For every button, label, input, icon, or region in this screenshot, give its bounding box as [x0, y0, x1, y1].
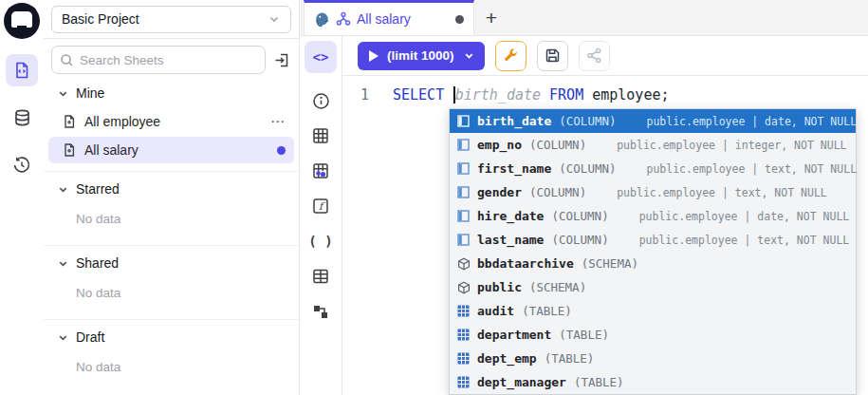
section-shared-header[interactable]: Shared	[44, 250, 299, 276]
format-sql-button[interactable]	[495, 41, 526, 71]
section-mine[interactable]: Mine	[44, 80, 299, 106]
item-detail: public.employee | date, NOT NULL	[647, 115, 858, 128]
rail-item-history[interactable]	[6, 149, 38, 181]
bytebase-logo[interactable]	[4, 3, 40, 39]
share-button[interactable]	[579, 41, 610, 71]
no-data-text: No data	[44, 276, 299, 311]
section-starred-header[interactable]: Starred	[44, 176, 299, 202]
code-panel-toggle[interactable]: <>	[305, 41, 337, 73]
group-icon	[336, 11, 351, 27]
item-detail: public.employee | text, NOT NULL	[647, 162, 858, 176]
table-icon	[456, 376, 471, 388]
more-actions-icon[interactable]: ⋯	[270, 113, 286, 130]
item-kind: (TABLE)	[522, 304, 572, 318]
unsaved-dot	[277, 146, 286, 155]
run-button-label: (limit 1000)	[387, 48, 454, 63]
autocomplete-item[interactable]: first_name (COLUMN) public.employee | te…	[450, 157, 856, 180]
autocomplete-item[interactable]: last_name (COLUMN) public.employee | tex…	[450, 228, 856, 252]
chevron-down-icon	[57, 331, 69, 344]
share-icon	[586, 47, 602, 64]
no-data-text: No data	[44, 202, 299, 237]
item-detail: public.employee | text, NOT NULL	[639, 234, 850, 247]
tables-panel-button[interactable]	[305, 122, 337, 150]
new-tab-button[interactable]: +	[474, 0, 508, 35]
item-name: birth_date	[477, 114, 551, 128]
sql-keyword: SELECT	[393, 86, 452, 103]
autocomplete-item[interactable]: gender (COLUMN) public.employee | text, …	[450, 180, 856, 204]
sidebar-header: Basic Project	[44, 0, 299, 39]
code-line: 1 SELECT birth_date FROM employee;	[342, 85, 868, 105]
item-kind: (SCHEMA)	[582, 256, 638, 271]
autocomplete-item[interactable]: hire_date (COLUMN) public.employee | dat…	[450, 204, 856, 228]
item-kind: (COLUMN)	[559, 114, 616, 128]
table-icon	[456, 305, 471, 317]
autocomplete-item[interactable]: public (SCHEMA)	[450, 275, 856, 299]
function-icon: f	[312, 198, 329, 215]
autocomplete-item[interactable]: dept_manager (TABLE)	[450, 370, 856, 394]
schema-editor-panel-button[interactable]	[305, 157, 337, 185]
table-icon	[456, 329, 471, 341]
tab-bar: All salary +	[300, 0, 868, 36]
column-icon	[456, 139, 471, 151]
run-query-button[interactable]: (limit 1000)	[358, 42, 485, 70]
autocomplete-item[interactable]: bbdataarchive (SCHEMA)	[450, 252, 856, 275]
chevron-down-icon[interactable]	[463, 49, 475, 62]
rail-item-sheets[interactable]	[6, 54, 38, 86]
table-icon	[456, 352, 471, 365]
column-icon	[456, 162, 471, 175]
item-name: emp_no	[477, 138, 522, 152]
item-kind: (TABLE)	[545, 351, 595, 366]
save-button[interactable]	[537, 41, 568, 71]
project-selector-label: Basic Project	[62, 11, 268, 27]
chevron-down-icon	[57, 183, 69, 196]
history-icon	[12, 156, 31, 175]
sheet-item-all-employee[interactable]: All employee ⋯	[48, 108, 294, 135]
item-name: bbdataarchive	[477, 256, 574, 271]
column-icon	[456, 210, 471, 222]
autocomplete-item[interactable]: birth_date (COLUMN) public.employee | da…	[450, 109, 856, 133]
item-kind: (COLUMN)	[529, 138, 586, 152]
section-label: Mine	[76, 85, 104, 101]
section-label: Starred	[76, 181, 120, 197]
schema-cube-icon	[456, 257, 471, 271]
item-name: last_name	[477, 233, 544, 247]
item-detail: public.employee | integer, NOT NULL	[617, 139, 846, 152]
item-kind: (TABLE)	[559, 328, 609, 342]
sheet-item-label: All employee	[84, 114, 263, 129]
section-draft-header[interactable]: Draft	[44, 324, 299, 350]
autocomplete-item[interactable]: audit (TABLE)	[450, 299, 856, 323]
column-icon	[456, 234, 471, 246]
chevron-down-icon	[268, 12, 281, 26]
functions-panel-button[interactable]: f	[305, 192, 337, 220]
sheet-file-icon	[62, 114, 77, 129]
tab-all-salary[interactable]: All salary	[304, 0, 474, 35]
sheet-item-all-salary[interactable]: All salary	[48, 137, 294, 163]
views-panel-button[interactable]	[305, 262, 337, 291]
item-kind: (COLUMN)	[551, 209, 608, 223]
procedures-panel-button[interactable]: ( )	[305, 227, 337, 255]
info-panel-button[interactable]	[305, 86, 337, 115]
autocomplete-item[interactable]: department (TABLE)	[450, 323, 856, 347]
autocomplete-item[interactable]: emp_no (COLUMN) public.employee | intege…	[450, 133, 856, 157]
ghost-completion: birth_date	[455, 86, 541, 103]
wrench-icon	[503, 47, 519, 64]
panel-strip: <>	[300, 36, 342, 395]
chevron-down-icon	[57, 87, 69, 100]
schema-cube-icon	[456, 281, 471, 294]
item-kind: (SCHEMA)	[529, 280, 586, 294]
rail-item-databases[interactable]	[6, 102, 38, 134]
editor-toolbar: (limit 1000)	[342, 36, 868, 76]
code-icon: <>	[313, 49, 329, 65]
import-sheet-icon[interactable]	[273, 51, 291, 69]
svg-text:f: f	[319, 200, 325, 213]
er-diagram-panel-button[interactable]	[305, 297, 337, 326]
item-name: public	[477, 280, 522, 294]
search-row	[44, 39, 299, 80]
section-label: Draft	[76, 329, 104, 345]
search-input[interactable]	[80, 53, 257, 67]
search-icon	[60, 53, 74, 67]
project-selector[interactable]: Basic Project	[51, 6, 291, 33]
tab-label: All salary	[357, 11, 450, 27]
item-kind: (TABLE)	[574, 375, 624, 389]
autocomplete-item[interactable]: dept_emp (TABLE)	[450, 347, 856, 370]
